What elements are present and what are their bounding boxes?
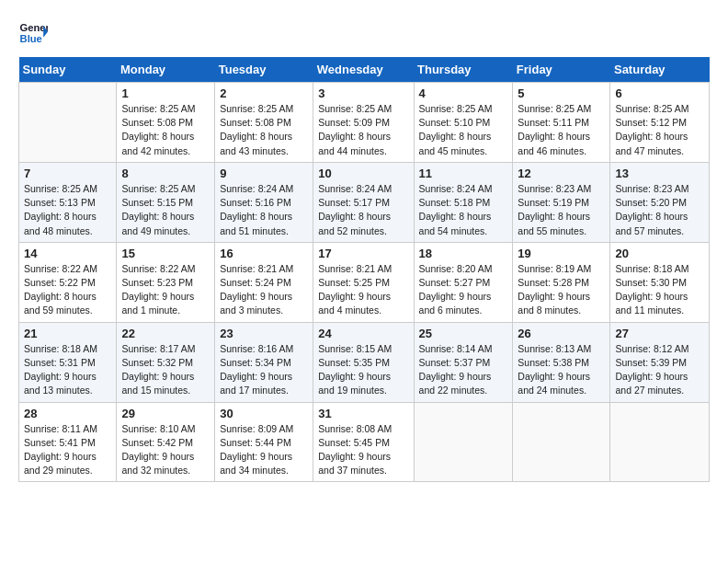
calendar-cell: 13Sunrise: 8:23 AM Sunset: 5:20 PM Dayli… [610,162,710,242]
day-info: Sunrise: 8:25 AM Sunset: 5:10 PM Dayligh… [419,102,508,158]
day-number: 22 [121,327,210,340]
day-info: Sunrise: 8:25 AM Sunset: 5:09 PM Dayligh… [318,102,408,158]
calendar-cell: 4Sunrise: 8:25 AM Sunset: 5:10 PM Daylig… [414,83,513,163]
calendar-cell: 31Sunrise: 8:08 AM Sunset: 5:45 PM Dayli… [313,402,414,482]
day-number: 5 [518,86,605,100]
day-info: Sunrise: 8:21 AM Sunset: 5:24 PM Dayligh… [220,262,308,318]
day-number: 20 [615,247,704,260]
calendar-cell: 26Sunrise: 8:13 AM Sunset: 5:38 PM Dayli… [513,322,610,402]
logo: General Blue [18,18,48,48]
day-info: Sunrise: 8:18 AM Sunset: 5:31 PM Dayligh… [24,342,111,398]
calendar-cell: 16Sunrise: 8:21 AM Sunset: 5:24 PM Dayli… [215,242,313,322]
day-number: 15 [121,247,210,260]
day-info: Sunrise: 8:22 AM Sunset: 5:23 PM Dayligh… [121,262,210,318]
weekday-header: Friday [513,57,610,83]
day-info: Sunrise: 8:24 AM Sunset: 5:18 PM Dayligh… [419,182,508,238]
calendar-cell: 14Sunrise: 8:22 AM Sunset: 5:22 PM Dayli… [19,242,117,322]
calendar-cell [610,402,710,482]
day-info: Sunrise: 8:19 AM Sunset: 5:28 PM Dayligh… [518,262,605,318]
day-number: 7 [24,167,111,180]
day-info: Sunrise: 8:21 AM Sunset: 5:25 PM Dayligh… [318,262,408,318]
calendar-cell: 3Sunrise: 8:25 AM Sunset: 5:09 PM Daylig… [313,83,414,163]
svg-text:Blue: Blue [20,33,42,44]
day-number: 27 [615,327,704,340]
calendar-cell: 5Sunrise: 8:25 AM Sunset: 5:11 PM Daylig… [513,83,610,163]
day-number: 28 [24,407,111,420]
calendar-cell: 8Sunrise: 8:25 AM Sunset: 5:15 PM Daylig… [117,162,215,242]
day-number: 23 [220,327,308,340]
day-info: Sunrise: 8:15 AM Sunset: 5:35 PM Dayligh… [318,342,408,398]
day-info: Sunrise: 8:25 AM Sunset: 5:08 PM Dayligh… [121,102,210,158]
calendar-cell: 23Sunrise: 8:16 AM Sunset: 5:34 PM Dayli… [215,322,313,402]
day-number: 8 [121,167,210,180]
day-number: 31 [318,407,408,420]
day-number: 4 [419,86,508,100]
calendar-cell [414,402,513,482]
day-info: Sunrise: 8:25 AM Sunset: 5:12 PM Dayligh… [615,102,704,158]
day-number: 1 [121,86,210,100]
day-number: 6 [615,86,704,100]
day-number: 19 [518,247,605,260]
day-number: 12 [518,167,605,180]
calendar-cell: 28Sunrise: 8:11 AM Sunset: 5:41 PM Dayli… [19,402,117,482]
calendar-cell: 29Sunrise: 8:10 AM Sunset: 5:42 PM Dayli… [117,402,215,482]
day-info: Sunrise: 8:16 AM Sunset: 5:34 PM Dayligh… [220,342,308,398]
day-info: Sunrise: 8:25 AM Sunset: 5:13 PM Dayligh… [24,182,111,238]
day-number: 10 [318,167,408,180]
day-info: Sunrise: 8:24 AM Sunset: 5:16 PM Dayligh… [220,182,308,238]
day-number: 30 [220,407,308,420]
day-number: 14 [24,247,111,260]
calendar-cell: 19Sunrise: 8:19 AM Sunset: 5:28 PM Dayli… [513,242,610,322]
day-number: 29 [121,407,210,420]
calendar-cell: 2Sunrise: 8:25 AM Sunset: 5:08 PM Daylig… [215,83,313,163]
day-number: 21 [24,327,111,340]
day-number: 9 [220,167,308,180]
calendar-cell [19,83,117,163]
day-number: 17 [318,247,408,260]
calendar-cell: 9Sunrise: 8:24 AM Sunset: 5:16 PM Daylig… [215,162,313,242]
day-number: 16 [220,247,308,260]
day-info: Sunrise: 8:25 AM Sunset: 5:08 PM Dayligh… [220,102,308,158]
day-info: Sunrise: 8:22 AM Sunset: 5:22 PM Dayligh… [24,262,111,318]
day-number: 18 [419,247,508,260]
calendar-cell: 25Sunrise: 8:14 AM Sunset: 5:37 PM Dayli… [414,322,513,402]
day-info: Sunrise: 8:09 AM Sunset: 5:44 PM Dayligh… [220,422,308,478]
calendar-cell: 7Sunrise: 8:25 AM Sunset: 5:13 PM Daylig… [19,162,117,242]
weekday-header: Saturday [610,57,710,83]
weekday-header: Sunday [19,57,117,83]
day-info: Sunrise: 8:24 AM Sunset: 5:17 PM Dayligh… [318,182,408,238]
calendar-cell: 10Sunrise: 8:24 AM Sunset: 5:17 PM Dayli… [313,162,414,242]
calendar-cell: 1Sunrise: 8:25 AM Sunset: 5:08 PM Daylig… [117,83,215,163]
calendar-table: SundayMondayTuesdayWednesdayThursdayFrid… [18,57,710,482]
day-number: 13 [615,167,704,180]
calendar-cell: 27Sunrise: 8:12 AM Sunset: 5:39 PM Dayli… [610,322,710,402]
day-info: Sunrise: 8:14 AM Sunset: 5:37 PM Dayligh… [419,342,508,398]
day-info: Sunrise: 8:25 AM Sunset: 5:15 PM Dayligh… [121,182,210,238]
calendar-cell: 17Sunrise: 8:21 AM Sunset: 5:25 PM Dayli… [313,242,414,322]
weekday-header: Wednesday [313,57,414,83]
calendar-cell: 24Sunrise: 8:15 AM Sunset: 5:35 PM Dayli… [313,322,414,402]
weekday-header: Tuesday [215,57,313,83]
day-number: 26 [518,327,605,340]
calendar-cell: 20Sunrise: 8:18 AM Sunset: 5:30 PM Dayli… [610,242,710,322]
day-info: Sunrise: 8:08 AM Sunset: 5:45 PM Dayligh… [318,422,408,478]
day-info: Sunrise: 8:23 AM Sunset: 5:19 PM Dayligh… [518,182,605,238]
calendar-cell: 21Sunrise: 8:18 AM Sunset: 5:31 PM Dayli… [19,322,117,402]
calendar-cell [513,402,610,482]
day-number: 3 [318,86,408,100]
day-info: Sunrise: 8:25 AM Sunset: 5:11 PM Dayligh… [518,102,605,158]
day-info: Sunrise: 8:20 AM Sunset: 5:27 PM Dayligh… [419,262,508,318]
calendar-cell: 6Sunrise: 8:25 AM Sunset: 5:12 PM Daylig… [610,83,710,163]
day-info: Sunrise: 8:13 AM Sunset: 5:38 PM Dayligh… [518,342,605,398]
day-info: Sunrise: 8:10 AM Sunset: 5:42 PM Dayligh… [121,422,210,478]
calendar-cell: 12Sunrise: 8:23 AM Sunset: 5:19 PM Dayli… [513,162,610,242]
calendar-cell: 11Sunrise: 8:24 AM Sunset: 5:18 PM Dayli… [414,162,513,242]
weekday-header: Thursday [414,57,513,83]
calendar-cell: 22Sunrise: 8:17 AM Sunset: 5:32 PM Dayli… [117,322,215,402]
calendar-cell: 15Sunrise: 8:22 AM Sunset: 5:23 PM Dayli… [117,242,215,322]
day-number: 24 [318,327,408,340]
weekday-header: Monday [117,57,215,83]
logo-icon: General Blue [18,18,48,48]
calendar-cell: 30Sunrise: 8:09 AM Sunset: 5:44 PM Dayli… [215,402,313,482]
day-info: Sunrise: 8:12 AM Sunset: 5:39 PM Dayligh… [615,342,704,398]
